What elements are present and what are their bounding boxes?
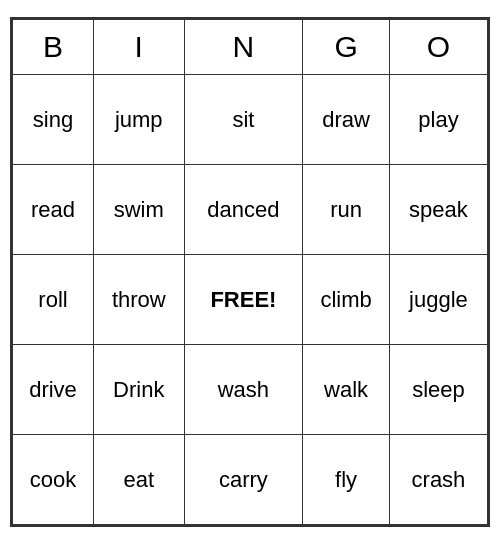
table-cell: jump	[94, 75, 184, 165]
table-cell: wash	[184, 345, 303, 435]
table-cell: Drink	[94, 345, 184, 435]
table-cell: sing	[13, 75, 94, 165]
table-cell: eat	[94, 435, 184, 525]
header-o: O	[389, 20, 487, 75]
table-cell: speak	[389, 165, 487, 255]
bingo-card: B I N G O singjumpsitdrawplayreadswimdan…	[10, 17, 490, 527]
bingo-header-row: B I N G O	[13, 20, 488, 75]
table-cell: climb	[303, 255, 390, 345]
table-cell: run	[303, 165, 390, 255]
table-cell: sleep	[389, 345, 487, 435]
table-cell: read	[13, 165, 94, 255]
header-g: G	[303, 20, 390, 75]
table-cell: throw	[94, 255, 184, 345]
bingo-body: singjumpsitdrawplayreadswimdancedrunspea…	[13, 75, 488, 525]
header-i: I	[94, 20, 184, 75]
table-cell: roll	[13, 255, 94, 345]
table-cell: cook	[13, 435, 94, 525]
table-cell: fly	[303, 435, 390, 525]
table-row: driveDrinkwashwalksleep	[13, 345, 488, 435]
table-cell: swim	[94, 165, 184, 255]
table-cell: danced	[184, 165, 303, 255]
table-row: readswimdancedrunspeak	[13, 165, 488, 255]
table-row: singjumpsitdrawplay	[13, 75, 488, 165]
header-n: N	[184, 20, 303, 75]
header-b: B	[13, 20, 94, 75]
table-row: cookeatcarryflycrash	[13, 435, 488, 525]
table-cell: FREE!	[184, 255, 303, 345]
table-cell: play	[389, 75, 487, 165]
table-cell: carry	[184, 435, 303, 525]
table-cell: walk	[303, 345, 390, 435]
table-cell: crash	[389, 435, 487, 525]
table-cell: draw	[303, 75, 390, 165]
table-cell: sit	[184, 75, 303, 165]
table-cell: juggle	[389, 255, 487, 345]
table-row: rollthrowFREE!climbjuggle	[13, 255, 488, 345]
table-cell: drive	[13, 345, 94, 435]
